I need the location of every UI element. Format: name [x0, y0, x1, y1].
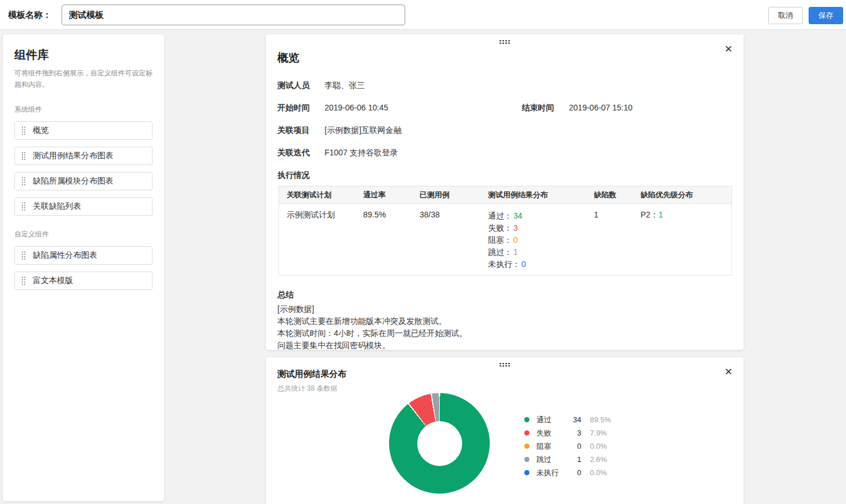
summary-line: 问题主要集中在找回密码模块。 — [277, 339, 732, 352]
iteration-value: F1007 支持谷歌登录 — [325, 148, 398, 158]
drag-handle-icon — [21, 202, 26, 211]
chart-subtitle: 总共统计 38 条数据 — [277, 384, 732, 394]
legend-dot-icon — [524, 444, 529, 449]
legend-row: 阻塞00.0% — [524, 440, 611, 453]
component-item[interactable]: 测试用例结果分布图表 — [14, 147, 153, 165]
legend-label: 阻塞 — [536, 441, 565, 452]
priority-cell: P2：1 — [633, 210, 731, 270]
distribution-line: 通过：34 — [488, 210, 586, 222]
overview-fields: 测试人员 李聪、张三 开始时间 2019-06-06 10:45 结束时间 20… — [277, 81, 732, 158]
summary-line: [示例数据] — [277, 303, 732, 315]
summary-text: [示例数据]本轮测试主要在新增功能版本冲突及发散测试。本轮测试时间：4小时，实际… — [277, 303, 732, 352]
tested-cases-cell: 38/38 — [412, 210, 481, 270]
legend-percent: 7.9% — [590, 429, 607, 437]
legend-dot-icon — [524, 457, 529, 462]
component-item[interactable]: 关联缺陷列表 — [14, 197, 153, 216]
priority-label: P2： — [641, 210, 658, 219]
tester-label: 测试人员 — [277, 81, 325, 91]
template-name-input[interactable] — [62, 5, 405, 25]
table-header-cell: 关联测试计划 — [279, 190, 356, 200]
drag-handle-icon — [21, 151, 26, 161]
pass-rate-cell: 89.5% — [356, 210, 412, 270]
tester-row: 测试人员 李聪、张三 — [277, 81, 732, 91]
legend-percent: 89.5% — [590, 415, 611, 424]
component-item[interactable]: 缺陷所属模块分布图表 — [14, 172, 153, 190]
legend-label: 跳过 — [536, 455, 565, 465]
save-button[interactable]: 保存 — [809, 7, 843, 24]
defect-count-cell: 1 — [586, 210, 633, 270]
table-row: 示例测试计划 89.5% 38/38 通过：34失败：3阻塞：0跳过：1未执行：… — [279, 204, 731, 275]
drag-handle-icon — [21, 251, 26, 260]
project-label: 关联项目 — [277, 125, 325, 136]
execution-title: 执行情况 — [277, 170, 732, 181]
component-item[interactable]: 富文本模版 — [14, 272, 153, 290]
component-item[interactable]: 概览 — [14, 121, 153, 140]
legend-label: 失败 — [536, 428, 565, 438]
execution-table: 关联测试计划通过率已测用例测试用例结果分布缺陷数缺陷优先级分布 示例测试计划 8… — [279, 186, 732, 276]
component-item-label: 关联缺陷列表 — [33, 201, 81, 212]
tester-value: 李聪、张三 — [325, 81, 365, 91]
table-header-cell: 通过率 — [356, 190, 412, 200]
legend-value: 1 — [565, 455, 581, 464]
component-library-panel: 组件库 可将组件拖到右侧展示，自定义组件可设定标题和内容。 系统组件概览测试用例… — [3, 35, 164, 501]
legend-row: 未执行00.0% — [524, 466, 611, 479]
cancel-button[interactable]: 取消 — [768, 7, 803, 24]
end-time-value: 2019-06-07 15:10 — [569, 103, 633, 113]
project-row: 关联项目 [示例数据]互联网金融 — [277, 125, 732, 136]
priority-value: 1 — [658, 210, 663, 219]
legend-percent: 0.0% — [590, 468, 607, 477]
distribution-line: 阻塞：0 — [488, 234, 586, 246]
component-item-label: 测试用例结果分布图表 — [33, 151, 113, 161]
drag-handle-icon[interactable] — [499, 40, 510, 44]
top-header: 模板名称： 取消 保存 — [0, 0, 846, 30]
close-icon[interactable]: ✕ — [725, 367, 733, 377]
donut-chart — [389, 393, 490, 494]
drag-handle-icon — [21, 177, 26, 186]
table-header-row: 关联测试计划通过率已测用例测试用例结果分布缺陷数缺陷优先级分布 — [279, 186, 731, 204]
plan-cell: 示例测试计划 — [279, 210, 356, 270]
component-sections: 系统组件概览测试用例结果分布图表缺陷所属模块分布图表关联缺陷列表自定义组件缺陷属… — [14, 105, 153, 290]
legend-row: 失败37.9% — [524, 426, 611, 440]
chart-legend: 通过3489.5%失败37.9%阻塞00.0%跳过12.6%未执行00.0% — [524, 413, 611, 479]
project-value: [示例数据]互联网金融 — [325, 125, 402, 136]
start-time-label: 开始时间 — [277, 103, 325, 113]
time-row: 开始时间 2019-06-06 10:45 结束时间 2019-06-07 15… — [277, 103, 732, 113]
overview-card: ✕ 概览 测试人员 李聪、张三 开始时间 2019-06-06 10:45 结束… — [266, 35, 744, 350]
component-library-title: 组件库 — [14, 47, 153, 63]
donut-hole — [417, 421, 462, 466]
chart-title: 测试用例结果分布 — [277, 369, 732, 380]
iteration-row: 关联迭代 F1007 支持谷歌登录 — [277, 148, 732, 158]
result-distribution-cell: 通过：34失败：3阻塞：0跳过：1未执行：0 — [481, 210, 586, 270]
table-header-cell: 缺陷数 — [586, 190, 633, 200]
section-label: 自定义组件 — [14, 230, 153, 239]
drag-handle-icon[interactable] — [499, 362, 510, 367]
legend-dot-icon — [524, 470, 529, 475]
legend-percent: 0.0% — [590, 442, 607, 450]
legend-row: 通过3489.5% — [524, 413, 611, 426]
legend-row: 跳过12.6% — [524, 453, 611, 466]
component-item[interactable]: 缺陷属性分布图表 — [14, 246, 153, 265]
component-item-label: 概览 — [33, 125, 49, 136]
legend-value: 0 — [565, 442, 581, 450]
summary-line: 本轮测试主要在新增功能版本冲突及发散测试。 — [277, 315, 732, 327]
legend-value: 3 — [565, 429, 581, 437]
summary-title: 总结 — [277, 290, 732, 300]
legend-value: 34 — [565, 415, 581, 424]
template-name-label: 模板名称： — [8, 10, 51, 21]
legend-dot-icon — [524, 417, 529, 422]
legend-dot-icon — [524, 430, 529, 436]
distribution-line: 未执行：0 — [488, 258, 586, 270]
legend-label: 通过 — [536, 415, 565, 425]
legend-value: 0 — [565, 468, 581, 477]
component-item-label: 缺陷所属模块分布图表 — [33, 176, 113, 186]
component-library-description: 可将组件拖到右侧展示，自定义组件可设定标题和内容。 — [14, 68, 153, 91]
summary-line: 本轮测试时间：4小时，实际在周一就已经开始测试。 — [277, 327, 732, 339]
end-time-label: 结束时间 — [522, 103, 569, 113]
close-icon[interactable]: ✕ — [725, 44, 733, 54]
table-header-cell: 缺陷优先级分布 — [633, 190, 731, 200]
component-item-label: 缺陷属性分布图表 — [33, 250, 97, 261]
table-header-cell: 测试用例结果分布 — [481, 190, 586, 200]
drag-handle-icon — [21, 126, 26, 135]
distribution-line: 跳过：1 — [488, 246, 586, 258]
component-item-label: 富文本模版 — [33, 276, 73, 286]
